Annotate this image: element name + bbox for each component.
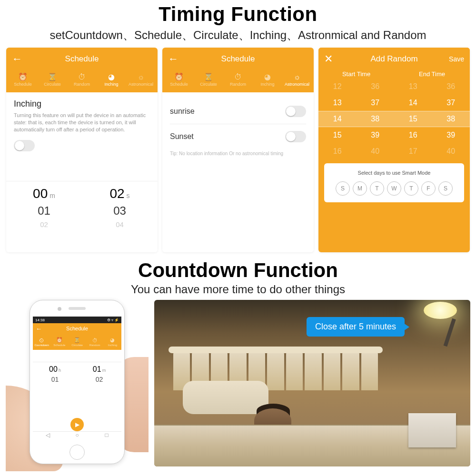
screen-astronomical: ← Schedule ⏰Schedule⌛Circulate⏱Random◕In… xyxy=(162,48,314,252)
day-t[interactable]: T xyxy=(370,181,384,196)
tab-schedule[interactable]: ⏰Schedule xyxy=(164,68,194,92)
tab-random[interactable]: ⏱Random xyxy=(67,68,97,92)
tab-random[interactable]: ⏱Random xyxy=(223,68,253,92)
back-icon[interactable]: ← xyxy=(168,53,178,65)
tab-inching[interactable]: ◕Inching xyxy=(253,68,282,92)
nav-menu[interactable]: □ xyxy=(92,432,121,442)
nav-bar: ◁ ○ □ xyxy=(33,431,121,442)
phone-tab-countdown[interactable]: ⏲Countdown xyxy=(33,334,50,350)
back-icon[interactable]: ← xyxy=(36,325,42,332)
sunrise-row: sunrise xyxy=(170,99,306,124)
screen-random: ✕ Add Random Save Start Time End Time 12… xyxy=(318,48,470,252)
day-s[interactable]: S xyxy=(438,181,453,196)
sunset-label: Sunset xyxy=(170,132,194,141)
astronomical-tip: Tip: No location information Or no astro… xyxy=(170,151,306,156)
phone-tab-schedule[interactable]: ⏰Schedule xyxy=(50,334,68,350)
screen-inching: ← Schedule ⏰Schedule⌛Circulate⏱Random◕In… xyxy=(6,48,158,252)
home-button[interactable] xyxy=(69,445,85,460)
nav-home[interactable]: ○ xyxy=(62,432,92,442)
speech-bubble: Close after 5 minutes xyxy=(307,317,405,337)
tab-inching[interactable]: ◕Inching xyxy=(97,68,126,92)
section1-title: Timing Function xyxy=(0,3,476,26)
bedroom-scene: Close after 5 minutes xyxy=(154,300,470,466)
tab-circulate[interactable]: ⌛Circulate xyxy=(38,68,67,92)
phone-tabs: ⏲Countdown⏰Schedule⌛Circulate⏱Random◕Inc… xyxy=(33,334,121,350)
save-button[interactable]: Save xyxy=(449,55,464,63)
tab-astronomical[interactable]: ☼Astronomical xyxy=(282,68,312,92)
phone-header-title: Schedule xyxy=(66,326,88,331)
countdown-picker[interactable]: 00h 01 01m 02 xyxy=(33,362,121,414)
nav-back[interactable]: ◁ xyxy=(33,432,62,442)
day-f[interactable]: F xyxy=(421,181,436,196)
inching-title: Inching xyxy=(14,99,150,109)
phone-tab-circulate[interactable]: ⌛Circulate xyxy=(68,334,86,350)
header-title: Add Random xyxy=(324,54,464,64)
day-w[interactable]: W xyxy=(387,181,401,196)
header-title: Schedule xyxy=(12,54,152,64)
tabs: ⏰Schedule⌛Circulate⏱Random◕Inching☼Astro… xyxy=(6,68,158,92)
tab-schedule[interactable]: ⏰Schedule xyxy=(8,68,38,92)
sunset-row: Sunset xyxy=(170,124,306,149)
sunrise-label: sunrise xyxy=(170,107,195,116)
time-picker[interactable]: 00m 01 02 02s 03 04 xyxy=(6,181,158,252)
section2-subtitle: You can have more time to do other thing… xyxy=(0,283,476,296)
phone: 14:38⚙ ▿ ⚡ ← Schedule ⏲Countdown⏰Schedul… xyxy=(30,300,125,464)
day-s[interactable]: S xyxy=(336,181,350,196)
start-button[interactable]: ▶ xyxy=(70,418,84,431)
screens-row: ← Schedule ⏰Schedule⌛Circulate⏱Random◕In… xyxy=(0,48,476,252)
inching-desc: Turning this feature on will put the dev… xyxy=(14,112,150,133)
tabs: ⏰Schedule⌛Circulate⏱Random◕Inching☼Astro… xyxy=(162,68,314,92)
sunrise-toggle[interactable] xyxy=(285,106,306,117)
section2-title: Countdown Function xyxy=(0,259,476,282)
header-title: Schedule xyxy=(168,54,308,64)
sunset-toggle[interactable] xyxy=(285,131,306,142)
time-picker-grid[interactable]: 1236133613371437143815381539163916401740 xyxy=(318,78,470,163)
days-title: Select days to use Smart Mode xyxy=(329,170,459,176)
tab-astronomical[interactable]: ☼Astronomical xyxy=(126,68,156,92)
end-time-label: End Time xyxy=(394,70,470,78)
inching-toggle[interactable] xyxy=(14,140,35,151)
phone-tab-random[interactable]: ⏱Random xyxy=(86,334,104,350)
day-m[interactable]: M xyxy=(353,181,367,196)
back-icon[interactable]: ← xyxy=(12,53,22,65)
phone-in-hand: 14:38⚙ ▿ ⚡ ← Schedule ⏲Countdown⏰Schedul… xyxy=(6,300,149,471)
time-header: Start Time End Time xyxy=(318,70,470,78)
start-time-label: Start Time xyxy=(318,70,394,78)
section1-subtitle: setCountdown、Schedule、Circulate、Inching、… xyxy=(0,28,476,43)
days-card: Select days to use Smart Mode SMTWTFS xyxy=(324,163,464,202)
days-row: SMTWTFS xyxy=(329,181,459,196)
tab-circulate[interactable]: ⌛Circulate xyxy=(194,68,223,92)
close-icon[interactable]: ✕ xyxy=(324,53,333,65)
day-t[interactable]: T xyxy=(404,181,418,196)
phone-tab-inching[interactable]: ◕Inching xyxy=(104,334,121,350)
status-bar: 14:38⚙ ▿ ⚡ xyxy=(33,317,121,323)
